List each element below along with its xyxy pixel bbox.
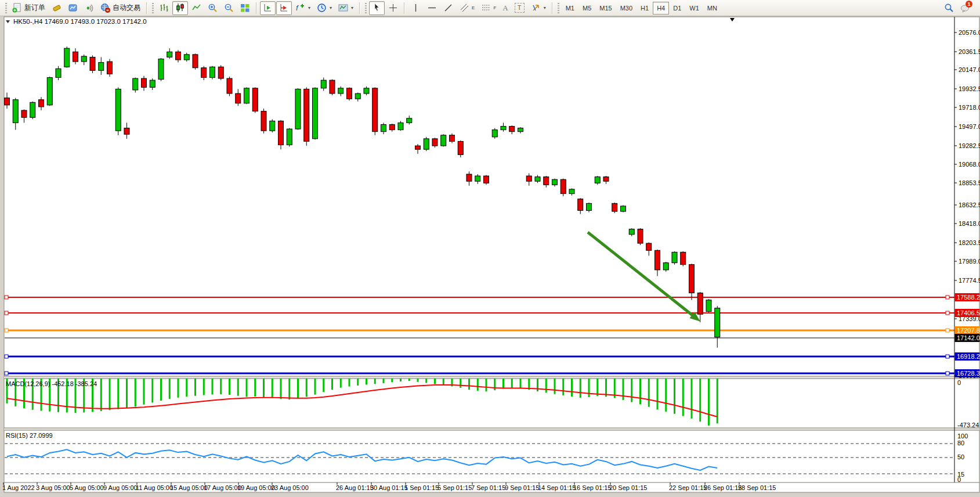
text-tool-button[interactable]: A: [500, 1, 511, 15]
svg-text:HK50-,H4 17469.0 17493.0 1702: HK50-,H4 17469.0 17493.0 17023.0 17142.0: [13, 18, 147, 25]
chart-canvas[interactable]: HK50-,H4 17469.0 17493.0 17023.0 17142.0…: [0, 0, 980, 497]
svg-text:18203.5: 18203.5: [959, 239, 980, 246]
chart-shift-button[interactable]: [276, 1, 292, 15]
fibonacci-tool-button[interactable]: F: [478, 1, 499, 15]
svg-text:80: 80: [957, 440, 964, 446]
periods-button[interactable]: ▾: [314, 1, 335, 15]
auto-trading-icon: [100, 3, 110, 13]
svg-text:22 Sep 01:15: 22 Sep 01:15: [669, 484, 707, 491]
bar-chart-mode-button[interactable]: [156, 1, 172, 15]
svg-text:17207.8: 17207.8: [957, 327, 980, 334]
new-order-button[interactable]: 新订单: [9, 1, 48, 15]
equidistant-channel-tool-button[interactable]: E: [457, 1, 478, 15]
line-chart-mode-button[interactable]: [189, 1, 204, 15]
horizontal-line-tool-button[interactable]: [424, 1, 440, 15]
svg-text:5 Sep 01:15: 5 Sep 01:15: [437, 484, 472, 491]
svg-text:18632.5: 18632.5: [959, 201, 980, 208]
separator: [404, 2, 405, 14]
svg-text:18853.5: 18853.5: [959, 179, 980, 186]
svg-text:16 Sep 01:15: 16 Sep 01:15: [573, 484, 611, 491]
zoom-out-button[interactable]: [221, 1, 237, 15]
price-tag-17142.0: 17142.0: [955, 334, 980, 342]
search-button[interactable]: [941, 1, 957, 15]
svg-text:20361.5: 20361.5: [959, 48, 980, 55]
main-toolbar: 新订单 自动交易: [0, 0, 980, 16]
timeframe-button-H4[interactable]: H4: [653, 2, 669, 15]
cursor-tool-button[interactable]: [369, 1, 385, 15]
dropdown-arrow-icon: ▾: [544, 5, 546, 10]
auto-trading-label: 自动交易: [113, 3, 140, 13]
line-chart-mode-icon: [191, 3, 201, 13]
timeframe-button-M5[interactable]: M5: [578, 2, 595, 15]
auto-scroll-button[interactable]: [260, 1, 276, 15]
svg-text:-473.24: -473.24: [957, 422, 979, 428]
timeframe-button-M30[interactable]: M30: [616, 2, 637, 15]
separator: [146, 2, 147, 14]
crayon-icon: [52, 3, 62, 13]
svg-text:19282.5: 19282.5: [959, 142, 980, 149]
timeframe-button-D1[interactable]: D1: [669, 2, 685, 15]
toolbar-grip: [5, 3, 7, 13]
notifications-button[interactable]: 1: [957, 1, 973, 15]
text-label-tool-button[interactable]: T: [512, 1, 527, 15]
timeframe-button-H1[interactable]: H1: [637, 2, 653, 15]
svg-text:26 Sep 01:15: 26 Sep 01:15: [704, 484, 742, 491]
svg-text:50: 50: [957, 453, 964, 460]
svg-text:17774.5: 17774.5: [959, 277, 980, 284]
svg-text:19718.0: 19718.0: [959, 104, 980, 111]
separator: [256, 2, 257, 14]
toolbar-grip: [558, 3, 559, 13]
indicators-button[interactable]: f ▾: [292, 1, 313, 15]
dropdown-arrow-icon: ▾: [308, 5, 310, 10]
trendline-tool-button[interactable]: [440, 1, 456, 15]
fibo-sub-label: F: [493, 5, 496, 10]
svg-text:9 Aug 05:00: 9 Aug 05:00: [103, 484, 138, 491]
svg-text:f: f: [296, 3, 299, 12]
new-order-label: 新订单: [24, 3, 45, 13]
svg-text:1 Aug 2022: 1 Aug 2022: [2, 484, 35, 491]
profiles-button[interactable]: [65, 1, 81, 15]
crosshair-tool-button[interactable]: [385, 1, 401, 15]
auto-scroll-icon: [263, 3, 273, 13]
timeframe-button-M1[interactable]: M1: [562, 2, 578, 15]
svg-text:17406.5: 17406.5: [957, 309, 980, 316]
vertical-line-tool-button[interactable]: [408, 1, 424, 15]
timeframe-button-W1[interactable]: W1: [685, 2, 703, 15]
svg-text:28 Sep 01:15: 28 Sep 01:15: [738, 484, 776, 491]
separator: [359, 2, 360, 14]
svg-text:19 Aug 05:00: 19 Aug 05:00: [237, 484, 275, 491]
periods-clock-icon: [317, 3, 327, 13]
tile-windows-icon: [240, 3, 250, 13]
svg-text:5 Aug 05:00: 5 Aug 05:00: [70, 484, 104, 491]
auto-trading-button[interactable]: 自动交易: [97, 1, 143, 15]
price-tag-16918.2: 16918.2: [955, 352, 980, 361]
dropdown-arrow-icon: ▾: [351, 5, 353, 10]
chart-frame: [4, 17, 979, 492]
chart-shift-icon: [279, 3, 289, 13]
timeframe-button-M15[interactable]: M15: [595, 2, 616, 15]
svg-text:26 Aug 01:15: 26 Aug 01:15: [336, 484, 374, 491]
timeframe-button-MN[interactable]: MN: [703, 2, 721, 15]
svg-text:9 Sep 01:15: 9 Sep 01:15: [505, 484, 539, 491]
text-label-icon: T: [515, 3, 525, 13]
price-tag-17588.2: 17588.2: [955, 293, 980, 301]
svg-text:0: 0: [957, 476, 961, 483]
svg-text:7 Sep 01:15: 7 Sep 01:15: [471, 484, 505, 491]
zoom-in-button[interactable]: [205, 1, 220, 15]
profiles-icon: [68, 3, 78, 13]
svg-text:1 Sep 01:15: 1 Sep 01:15: [404, 484, 439, 491]
fibonacci-icon: [481, 3, 491, 13]
svg-text:20147.0: 20147.0: [959, 66, 980, 73]
new-order-icon: [12, 3, 22, 13]
arrows-tool-button[interactable]: ▾: [528, 1, 549, 15]
svg-text:17989.0: 17989.0: [959, 258, 980, 265]
tile-windows-button[interactable]: [237, 1, 253, 15]
candlestick-mode-button[interactable]: [172, 1, 188, 15]
svg-text:23 Aug 05:00: 23 Aug 05:00: [271, 484, 309, 491]
templates-button[interactable]: ▾: [335, 1, 356, 15]
svg-text:17142.0: 17142.0: [957, 334, 980, 341]
svg-text:16728.3: 16728.3: [957, 370, 980, 377]
sound-button[interactable]: [81, 1, 97, 15]
svg-text:100: 100: [957, 433, 968, 440]
crayon-button[interactable]: [49, 1, 64, 15]
